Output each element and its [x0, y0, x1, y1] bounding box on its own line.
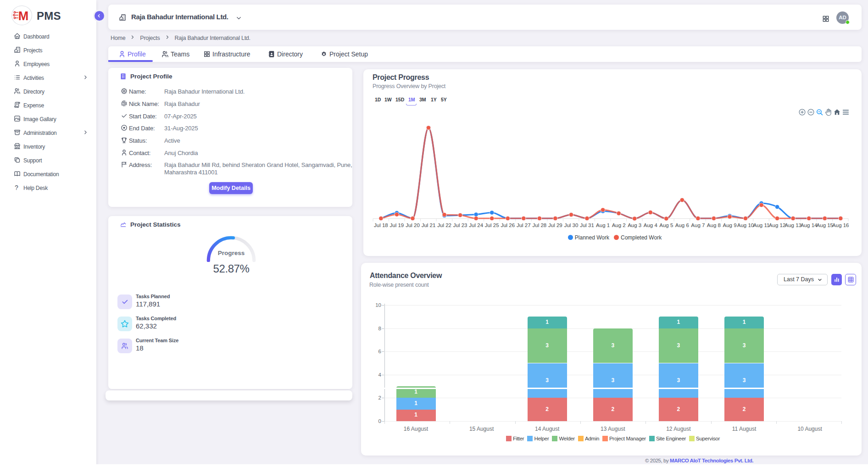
svg-text:Jul 21: Jul 21 — [422, 222, 436, 228]
svg-text:Aug 5: Aug 5 — [659, 222, 673, 228]
svg-text:Jul 25: Jul 25 — [485, 222, 499, 228]
svg-text:M: M — [18, 9, 29, 23]
svg-text:Aug 13: Aug 13 — [785, 222, 801, 228]
svg-text:Aug 10: Aug 10 — [737, 222, 754, 228]
svg-text:Jul 29: Jul 29 — [548, 222, 562, 228]
svg-text:Jul 31: Jul 31 — [580, 222, 594, 228]
svg-text:Aug 1: Aug 1 — [596, 222, 610, 228]
svg-text:Jul 24: Jul 24 — [469, 222, 483, 228]
svg-text:Aug 12: Aug 12 — [769, 222, 785, 228]
svg-text:Jul 30: Jul 30 — [564, 222, 579, 228]
svg-text:Jul 27: Jul 27 — [517, 222, 531, 228]
svg-text:Jul 19: Jul 19 — [390, 222, 404, 228]
svg-text:Aug 7: Aug 7 — [691, 222, 705, 228]
svg-text:Jul 26: Jul 26 — [501, 222, 515, 228]
svg-text:Aug 16: Aug 16 — [832, 222, 849, 228]
svg-text:Jul 28: Jul 28 — [533, 222, 547, 228]
svg-text:Jul 20: Jul 20 — [406, 222, 420, 228]
svg-text:Aug 3: Aug 3 — [628, 222, 641, 228]
svg-text:Aug 2: Aug 2 — [612, 222, 626, 228]
svg-text:Aug 15: Aug 15 — [817, 222, 833, 228]
svg-text:Aug 11: Aug 11 — [753, 222, 770, 228]
svg-text:Jul 18: Jul 18 — [374, 222, 388, 228]
svg-text:Jul 23: Jul 23 — [453, 222, 467, 228]
svg-text:Aug 6: Aug 6 — [675, 222, 689, 228]
svg-text:Aug 4: Aug 4 — [644, 222, 658, 228]
svg-text:Jul 22: Jul 22 — [437, 222, 451, 228]
svg-text:Aug 9: Aug 9 — [723, 222, 736, 228]
svg-text:Aug 8: Aug 8 — [707, 222, 721, 228]
svg-text:Aug 14: Aug 14 — [801, 222, 818, 228]
